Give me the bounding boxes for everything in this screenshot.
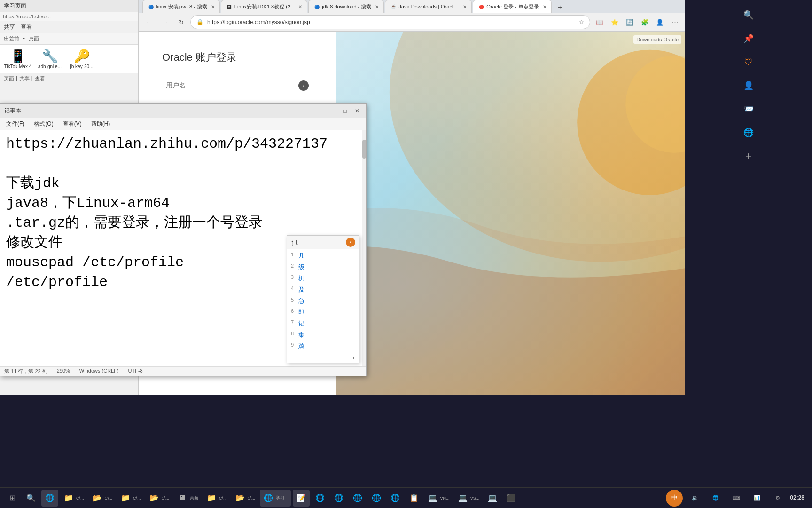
sys-settings-btn[interactable]: ⚙ xyxy=(769,490,786,507)
taskbar-edge6-btn[interactable]: 🌐 xyxy=(387,490,404,507)
close-tab-5[interactable]: ✕ xyxy=(543,4,547,9)
taskbar-task-btn[interactable]: 📋 xyxy=(406,490,422,507)
sys-volume-btn[interactable]: 🔉 xyxy=(687,490,703,507)
more-btn[interactable]: ⋯ xyxy=(668,16,681,29)
taskbar-notepad-btn[interactable]: 📝 xyxy=(293,490,310,507)
bookmark-1[interactable]: 出差前 xyxy=(4,35,19,42)
files5-icon: 📁 xyxy=(206,492,217,504)
taskbar-chrome-btn[interactable]: 🌐 xyxy=(41,490,58,507)
taskbar-files5-btn[interactable]: 📁 C\... xyxy=(203,490,230,507)
ime-char-9: 鸡 xyxy=(298,342,304,350)
close-tab-4[interactable]: ✕ xyxy=(463,4,467,9)
reader-mode-btn[interactable]: 📖 xyxy=(593,16,606,29)
sidebar-add-btn[interactable]: + xyxy=(738,146,759,167)
edge6-icon: 🌐 xyxy=(390,492,401,504)
account-btn[interactable]: 👤 xyxy=(653,16,666,29)
ime-candidate-2[interactable]: 2 级 xyxy=(287,262,359,273)
taskbar-edge5-btn[interactable]: 🌐 xyxy=(368,490,385,507)
ime-candidate-9[interactable]: 9 鸡 xyxy=(287,341,359,352)
ime-more-button[interactable]: › xyxy=(351,354,356,362)
ime-candidate-1[interactable]: 1 几 xyxy=(287,250,359,262)
tab-linux-search[interactable]: 🔵 linux 安装java 8 - 搜索 ✕ xyxy=(142,0,220,13)
taskbar-files2-btn[interactable]: 📂 C\... xyxy=(89,490,116,507)
tab-oracle-login[interactable]: 🔴 Oracle 登录 - 单点登录 ✕ xyxy=(473,0,551,13)
taskbar-files4-btn[interactable]: 📂 C\... xyxy=(146,490,172,507)
ime-char-3: 机 xyxy=(298,274,304,283)
ime-taskbar-indicator[interactable]: 中 xyxy=(666,490,683,507)
new-tab-button[interactable]: + xyxy=(554,2,566,13)
ime-candidate-7[interactable]: 7 记 xyxy=(287,318,359,329)
taskbar-term-btn[interactable]: ⬛ xyxy=(503,490,520,507)
notepad-menu-help[interactable]: 帮助(H) xyxy=(89,119,112,129)
notepad-minimize-btn[interactable]: ─ xyxy=(328,106,338,116)
ime-input-text: jl xyxy=(291,239,344,246)
close-tab-2[interactable]: ✕ xyxy=(298,4,302,9)
ime-candidate-4[interactable]: 4 及 xyxy=(287,284,359,295)
desktop-icon-1[interactable]: 📱 TikTok Max 4 xyxy=(4,48,32,69)
left-share-btn[interactable]: 共享 xyxy=(4,23,15,31)
tab-label-4: Java Downloads | Oracle... xyxy=(398,4,459,9)
desktop-icon-2[interactable]: 🔧 adb-gni e... xyxy=(36,48,64,69)
sidebar-search-btn[interactable]: 🔍 xyxy=(738,5,759,25)
ime-candidate-6[interactable]: 6 即 xyxy=(287,307,359,318)
favorites-btn[interactable]: ⭐ xyxy=(608,16,621,29)
refresh-btn2[interactable]: 🔄 xyxy=(623,16,636,29)
taskbar-desktop-btn[interactable]: 🖥 桌面 xyxy=(174,490,201,507)
sidebar-security-btn[interactable]: 🛡 xyxy=(738,52,759,72)
username-info-icon[interactable]: i xyxy=(298,80,309,91)
taskbar-edge3-btn[interactable]: 🌐 xyxy=(330,490,347,507)
ime-candidate-8[interactable]: 8 集 xyxy=(287,329,359,341)
left-view-btn[interactable]: 查看 xyxy=(21,23,32,31)
files6-label: C\... xyxy=(248,496,256,500)
sidebar-pin-btn[interactable]: 📌 xyxy=(738,28,759,49)
notepad-maximize-btn[interactable]: □ xyxy=(340,106,350,116)
forward-button[interactable]: → xyxy=(158,16,172,29)
notepad-menu-format[interactable]: 格式(O) xyxy=(32,119,55,129)
taskbar-vs2-btn[interactable]: 💻 VS... xyxy=(454,490,483,507)
taskbar-files6-btn[interactable]: 📂 C\... xyxy=(232,490,258,507)
sys-keyboard-btn[interactable]: ⌨ xyxy=(728,490,745,507)
taskbar-search-btn[interactable]: 🔍 xyxy=(23,490,39,507)
sidebar-mail-btn[interactable]: 📨 xyxy=(738,99,759,119)
close-tab-3[interactable]: ✕ xyxy=(375,4,379,9)
ime-indicator-label: 中 xyxy=(671,494,677,502)
address-star[interactable]: ☆ xyxy=(579,19,584,25)
browser-actions: 📖 ⭐ 🔄 🧩 👤 ⋯ xyxy=(593,16,681,29)
tab-java-downloads[interactable]: ☕ Java Downloads | Oracle... ✕ xyxy=(385,0,472,13)
extensions-btn[interactable]: 🧩 xyxy=(638,16,651,29)
back-button[interactable]: ← xyxy=(142,16,156,29)
taskbar-vs3-btn[interactable]: 💻 xyxy=(484,490,501,507)
notepad-close-btn[interactable]: ✕ xyxy=(352,106,362,116)
page-label: 页面 xyxy=(4,75,14,82)
taskbar-edge-btn[interactable]: 🌐 学习... xyxy=(260,490,291,507)
tab-jdk-tutorial[interactable]: 🅼 Linux安装JDK1.8教程 (2... ✕ xyxy=(221,0,307,13)
taskbar-files1-btn[interactable]: 📁 C\... xyxy=(60,490,87,507)
ime-num-3: 3 xyxy=(291,274,297,283)
sidebar-people-btn[interactable]: 👤 xyxy=(738,75,759,96)
files4-label: C\... xyxy=(162,496,170,500)
ime-candidate-3[interactable]: 3 机 xyxy=(287,273,359,284)
notepad-menu-file[interactable]: 文件(F) xyxy=(4,119,26,129)
taskbar-files3-btn[interactable]: 📁 C\... xyxy=(117,490,144,507)
ime-num-4: 4 xyxy=(291,286,297,294)
bookmark-2[interactable]: 桌面 xyxy=(29,35,39,42)
sys-monitor-btn[interactable]: 📊 xyxy=(749,490,765,507)
sidebar-browser-btn[interactable]: 🌐 xyxy=(738,122,759,143)
taskbar-vscode-btn[interactable]: 💻 VN... xyxy=(424,490,453,507)
reload-button[interactable]: ↻ xyxy=(174,16,187,29)
taskbar-start-btn[interactable]: ⊞ xyxy=(4,490,21,507)
ime-num-6: 6 xyxy=(291,308,297,317)
address-bar[interactable]: 🔒 https://login.oracle.com/mysso/signon.… xyxy=(190,15,590,29)
ime-candidate-5[interactable]: 5 急 xyxy=(287,295,359,307)
taskbar-edge4-btn[interactable]: 🌐 xyxy=(349,490,366,507)
notepad-menu-view[interactable]: 查看(V) xyxy=(61,119,84,129)
desktop-icon-3[interactable]: 🔑 jb key-20... xyxy=(68,48,96,69)
close-tab-1[interactable]: ✕ xyxy=(211,4,215,9)
username-input[interactable] xyxy=(162,76,312,95)
sys-network-btn[interactable]: 🌐 xyxy=(707,490,724,507)
left-tab-bar: https://mooc1.chao... xyxy=(0,12,138,21)
oracle-downloads-label: Downloads Oracle xyxy=(633,35,681,44)
tab-jdk-download[interactable]: 🔵 jdk 8 download - 搜索 ✕ xyxy=(308,0,384,13)
notepad-scrollbar[interactable] xyxy=(362,130,366,366)
taskbar-edge2-btn[interactable]: 🌐 xyxy=(312,490,328,507)
